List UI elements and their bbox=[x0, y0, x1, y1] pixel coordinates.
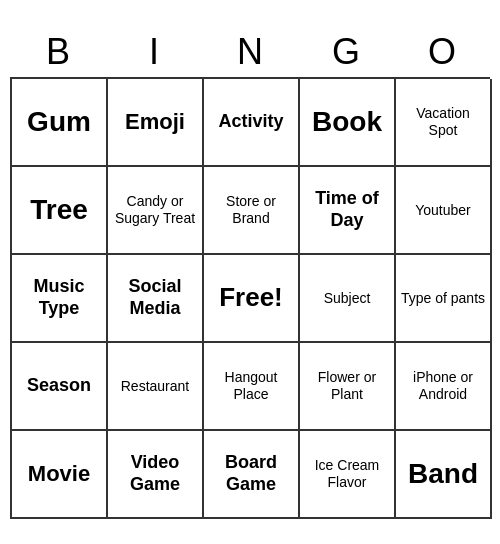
cell-r3-c0: Season bbox=[12, 343, 108, 431]
cell-r1-c3: Time of Day bbox=[300, 167, 396, 255]
cell-r4-c3: Ice Cream Flavor bbox=[300, 431, 396, 519]
cell-r0-c4: Vacation Spot bbox=[396, 79, 492, 167]
cell-r2-c3: Subject bbox=[300, 255, 396, 343]
cell-r3-c2: Hangout Place bbox=[204, 343, 300, 431]
cell-r1-c4: Youtuber bbox=[396, 167, 492, 255]
bingo-title: BINGO bbox=[10, 25, 490, 77]
bingo-card: BINGO GumEmojiActivityBookVacation SpotT… bbox=[10, 25, 490, 519]
cell-r1-c1: Candy or Sugary Treat bbox=[108, 167, 204, 255]
cell-r3-c3: Flower or Plant bbox=[300, 343, 396, 431]
cell-r0-c2: Activity bbox=[204, 79, 300, 167]
cell-r0-c0: Gum bbox=[12, 79, 108, 167]
cell-r0-c3: Book bbox=[300, 79, 396, 167]
cell-r0-c1: Emoji bbox=[108, 79, 204, 167]
cell-r2-c1: Social Media bbox=[108, 255, 204, 343]
cell-r2-c4: Type of pants bbox=[396, 255, 492, 343]
title-letter: I bbox=[110, 31, 198, 73]
cell-r4-c4: Band bbox=[396, 431, 492, 519]
cell-r4-c2: Board Game bbox=[204, 431, 300, 519]
cell-r3-c4: iPhone or Android bbox=[396, 343, 492, 431]
cell-r2-c2: Free! bbox=[204, 255, 300, 343]
cell-r3-c1: Restaurant bbox=[108, 343, 204, 431]
cell-r1-c2: Store or Brand bbox=[204, 167, 300, 255]
title-letter: O bbox=[398, 31, 486, 73]
cell-r1-c0: Tree bbox=[12, 167, 108, 255]
cell-r4-c1: Video Game bbox=[108, 431, 204, 519]
bingo-grid: GumEmojiActivityBookVacation SpotTreeCan… bbox=[10, 77, 490, 519]
title-letter: G bbox=[302, 31, 390, 73]
cell-r2-c0: Music Type bbox=[12, 255, 108, 343]
title-letter: N bbox=[206, 31, 294, 73]
title-letter: B bbox=[14, 31, 102, 73]
cell-r4-c0: Movie bbox=[12, 431, 108, 519]
